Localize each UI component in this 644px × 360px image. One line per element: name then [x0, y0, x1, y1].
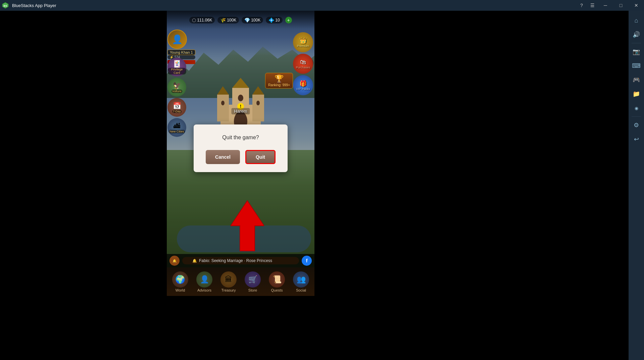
quit-dialog-overlay: Quit the game? Cancel Quit: [167, 115, 314, 182]
game-viewport: ⬡ 111.06K 🌾 100K 💎 100K 💠 10 +: [167, 11, 314, 296]
privilege-card-label: Privilege Card: [167, 68, 186, 74]
chat-avatar-icon: 🔔: [169, 256, 180, 266]
svg-point-11: [221, 101, 225, 105]
app-logo: BS: [0, 0, 11, 11]
sidebar-camera-icon[interactable]: 📷: [630, 46, 642, 58]
quests-nav-label: Quests: [271, 288, 283, 292]
sidebar-keyboard-icon[interactable]: ⌨: [630, 60, 642, 72]
quests-nav-icon: 📜: [269, 271, 285, 288]
close-button[interactable]: ✕: [629, 0, 644, 11]
resource-bar: ⬡ 111.06K 🌾 100K 💎 100K 💠 10 +: [169, 17, 312, 23]
store-nav-icon: 🛒: [245, 271, 261, 288]
vulture-button[interactable]: 🦅 Vulture: [167, 78, 186, 97]
gem-amount: 10: [275, 18, 280, 22]
nav-treasury[interactable]: 🏛 Treasury: [218, 271, 239, 292]
bottom-nav: 🌍 World 👤 Advisors 🏛 Treasury: [167, 267, 314, 296]
sidebar-divider-2: [632, 116, 641, 117]
sidebar-macro-icon[interactable]: ◉: [630, 102, 642, 114]
player-avatar[interactable]: 👤: [167, 30, 187, 49]
sidebar-folder-icon[interactable]: 📁: [630, 88, 642, 100]
treasury-nav-icon: 🏛: [220, 271, 237, 288]
seven-day-button[interactable]: 📅 7-Day: [167, 98, 186, 117]
food-amount: 100K: [227, 18, 236, 22]
game-area: ⬡ 111.06K 🌾 100K 💎 100K 💠 10 +: [0, 11, 629, 360]
maximize-button[interactable]: □: [613, 0, 629, 11]
svg-marker-8: [252, 86, 264, 95]
stone-resource: 💎 100K: [242, 17, 263, 23]
vip-packs-label: VIP Packs: [296, 87, 310, 91]
stone-amount: 100K: [251, 18, 260, 22]
dialog-buttons: Cancel Quit: [202, 150, 280, 164]
world-nav-icon: 🌍: [172, 271, 188, 288]
black-right-bg: [315, 11, 629, 360]
purchases-button[interactable]: 🛍 Purchases: [293, 54, 313, 74]
red-arrow: [231, 199, 264, 254]
sidebar-gamepad-icon[interactable]: 🎮: [630, 74, 642, 86]
nav-advisors[interactable]: 👤 Advisors: [194, 271, 214, 292]
nav-quests[interactable]: 📜 Quests: [267, 271, 287, 292]
titlebar-controls: ? ☰ ─ □ ✕: [576, 0, 644, 11]
purchases-label: Purchases: [296, 66, 310, 69]
black-left-bg: [0, 11, 167, 360]
social-nav-icon: 👥: [293, 271, 309, 288]
sidebar-volume-icon[interactable]: 🔊: [630, 29, 642, 41]
quit-button[interactable]: Quit: [245, 150, 276, 164]
nav-store[interactable]: 🛒 Store: [243, 271, 263, 292]
social-nav-label: Social: [296, 288, 306, 292]
treasury-nav-label: Treasury: [221, 288, 236, 292]
vip-packs-button[interactable]: 🎁 VIP Packs: [293, 75, 313, 95]
food-resource: 🌾 100K: [217, 17, 239, 23]
quit-dialog: Quit the game? Cancel Quit: [194, 124, 288, 172]
help-button[interactable]: ?: [576, 0, 587, 11]
dialog-message: Quit the game?: [202, 135, 280, 141]
titlebar: BS BlueStacks App Player ? ☰ ─ □ ✕: [0, 0, 644, 11]
store-nav-label: Store: [248, 288, 257, 292]
seven-day-label: 7-Day: [172, 110, 182, 113]
world-nav-label: World: [176, 288, 185, 292]
silver-amount: 111.06K: [197, 18, 212, 22]
sidebar-home-icon[interactable]: ⌂: [630, 14, 642, 27]
menu-button[interactable]: ☰: [587, 0, 598, 11]
chat-bar: 🔔 🔔 Fabio: Seeking Marriage · Rose Princ…: [167, 254, 314, 267]
advisors-nav-label: Advisors: [197, 288, 211, 292]
svg-point-12: [256, 101, 260, 105]
right-sidebar: ⌂ 🔊 📷 ⌨ 🎮 📁 ◉ ⚙ ↩: [629, 11, 644, 360]
premium-button[interactable]: 👑 Premium: [293, 32, 313, 52]
gem-resource: 💠 10: [266, 17, 282, 23]
harem-label: Harem: [231, 108, 250, 114]
minimize-button[interactable]: ─: [598, 0, 613, 11]
sidebar-back-icon[interactable]: ↩: [630, 133, 642, 145]
add-resource-button[interactable]: +: [285, 17, 292, 23]
svg-marker-6: [217, 86, 229, 95]
app-title: BlueStacks App Player: [12, 3, 576, 8]
sidebar-settings-icon[interactable]: ⚙: [630, 119, 642, 131]
silver-resource: ⬡ 111.06K: [189, 17, 215, 23]
sidebar-divider-1: [632, 43, 641, 43]
advisors-nav-icon: 👤: [196, 271, 212, 288]
svg-marker-13: [231, 201, 264, 251]
hud-top: ⬡ 111.06K 🌾 100K 💎 100K 💠 10 +: [167, 11, 314, 29]
vulture-label: Vulture: [171, 90, 182, 93]
nav-world[interactable]: 🌍 World: [170, 271, 190, 292]
svg-text:BS: BS: [3, 4, 7, 7]
chat-input-area[interactable]: 🔔 Fabio: Seeking Marriage · Rose Princes…: [182, 257, 299, 264]
cancel-button[interactable]: Cancel: [206, 150, 240, 164]
red-arrow-svg: [231, 199, 264, 253]
side-menu: 👑 Premium 🛍 Purchases 🎁 VIP Packs: [292, 31, 314, 97]
svg-point-10: [238, 95, 243, 101]
facebook-icon[interactable]: f: [302, 256, 312, 266]
svg-marker-4: [232, 78, 249, 88]
chat-message: Fabio: Seeking Marriage · Rose Princess: [199, 258, 272, 263]
premium-label: Premium: [297, 44, 309, 48]
privilege-card-button[interactable]: 🃏 Privilege Card: [167, 58, 186, 76]
nav-social[interactable]: 👥 Social: [291, 271, 311, 292]
player-name: Young Khan 1: [167, 50, 195, 55]
